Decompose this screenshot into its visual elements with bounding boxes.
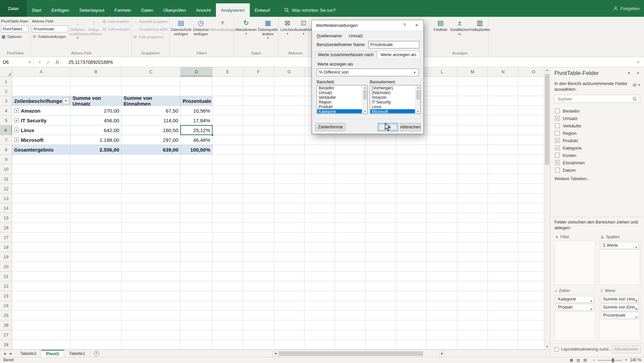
chevron-down-icon[interactable]: ▼ (635, 244, 638, 249)
pivot-value-cell[interactable]: 270,00 (71, 106, 122, 116)
row-header-1[interactable]: 1 (0, 77, 12, 86)
column-header-G[interactable]: G (274, 67, 305, 77)
expand-icon[interactable]: + (14, 137, 19, 142)
gear-icon[interactable]: ▼ (632, 83, 641, 87)
row-header-2[interactable]: 2 (0, 86, 12, 96)
row-header-8[interactable]: 8 (0, 145, 12, 155)
chevron-down-icon[interactable]: ▼ (590, 306, 593, 311)
horizontal-scroll-thumb[interactable] (279, 351, 423, 356)
scroll-thumb[interactable] (416, 90, 420, 99)
zoom-slider[interactable] (598, 360, 622, 361)
list-item-bestellnr[interactable]: Bestellnr (317, 86, 362, 90)
row-header-5[interactable]: 5 (0, 116, 12, 125)
options-button[interactable]: ▦Optionen (1, 33, 29, 40)
column-header-O[interactable]: O (518, 67, 544, 77)
page-layout-view-icon[interactable]: ▥ (577, 357, 580, 363)
list-item-produkt[interactable]: Produkt (317, 105, 362, 109)
pivottable-name-input[interactable]: PivotTable1 (1, 26, 29, 32)
normal-view-icon[interactable]: ▦ (570, 357, 573, 363)
ribbon-tab-formeln[interactable]: Formeln (109, 3, 136, 17)
chevron-down-icon[interactable]: ▼ (411, 69, 418, 76)
field-row-umsatz[interactable]: ✓Umsatz (555, 115, 641, 122)
cancel-icon[interactable]: × (38, 59, 41, 65)
checkbox-produkt[interactable]: ✓ (555, 138, 560, 143)
field-chip-prozentuale[interactable]: Prozentuale▼ (601, 312, 639, 319)
checkbox-kosten[interactable] (555, 153, 560, 158)
scroll-right-icon[interactable]: ▶ (440, 351, 445, 356)
row-header-16[interactable]: 16 (0, 223, 12, 233)
row-header-25[interactable]: 25 (0, 311, 12, 320)
zoom-slider-thumb[interactable] (612, 358, 614, 362)
row-header-10[interactable]: 10 (0, 164, 12, 174)
chevron-down-icon[interactable]: ▼ (28, 61, 31, 64)
ribbon-tab-entwurf[interactable]: Entwurf (250, 3, 275, 17)
row-header-24[interactable]: 24 (0, 301, 12, 311)
select-button[interactable]: ⊡Auswählen▼ (295, 18, 312, 44)
pivot-value-cell[interactable]: 160,50 (122, 125, 181, 135)
list-item-verkäufer[interactable]: Verkäufer (317, 95, 362, 100)
ribbon-tab-seitenlayout[interactable]: Seitenlayout (74, 3, 109, 17)
number-format-button[interactable]: Zahlenformat (315, 123, 346, 131)
more-tables-link[interactable]: Weitere Tabellen... (554, 176, 590, 181)
pivot-total-value[interactable]: 100,00% (181, 145, 213, 155)
row-header-6[interactable]: 6 (0, 125, 12, 135)
pivot-header-cell[interactable]: Prozentuale (181, 96, 213, 106)
sheet-tab-tabelle1[interactable]: Tabelle1 (64, 350, 90, 357)
cancel-button[interactable]: Abbrechen (400, 123, 421, 131)
pivot-header-cell[interactable]: Summe von Einnahmen (122, 96, 181, 106)
row-header-19[interactable]: 19 (0, 252, 12, 262)
column-header-L[interactable]: L (427, 67, 457, 77)
pivot-row-label[interactable]: +IT Security (12, 116, 71, 125)
pivot-value-cell[interactable]: 1.188,00 (71, 135, 122, 145)
list-scrollbar[interactable]: ▲▼ (362, 85, 367, 114)
checkbox-umsatz[interactable]: ✓ (555, 116, 560, 121)
row-header-17[interactable]: 17 (0, 233, 12, 242)
field-chip-kategorie[interactable]: Kategorie▼ (556, 296, 594, 303)
help-icon[interactable]: ? (399, 20, 410, 30)
column-header-E[interactable]: E (213, 67, 243, 77)
expand-icon[interactable]: + (14, 118, 19, 123)
pivot-value-cell[interactable]: 10,56% (181, 106, 213, 116)
row-header-4[interactable]: 4 (0, 106, 12, 116)
pivot-header-cell[interactable]: Zeilenbeschriftungen▼ (12, 96, 71, 106)
columns-area[interactable]: Σ Werte▼ (599, 241, 640, 285)
chevron-down-icon[interactable]: ▼ (635, 314, 638, 319)
scroll-thumb[interactable] (363, 90, 367, 99)
checkbox-bestellnr[interactable] (555, 109, 560, 113)
tell-me-search[interactable]: Was möchten Sie tun? (284, 3, 335, 17)
row-header-3[interactable]: 3 (0, 96, 12, 106)
row-header-9[interactable]: 9 (0, 155, 12, 164)
list-item-amazon[interactable]: Amazon (370, 95, 415, 100)
row-header-23[interactable]: 23 (0, 291, 12, 301)
close-icon[interactable]: × (636, 70, 639, 76)
defer-layout-update[interactable]: Layoutaktualisierung zurüc... (554, 347, 612, 352)
base-item-list[interactable]: (Vorheriger)(Nächster)AmazonIT SecurityL… (370, 85, 421, 114)
refresh-button[interactable]: ↻Aktualisieren▼ (235, 18, 257, 44)
checkbox-einnahmen[interactable]: ✓ (555, 160, 560, 165)
list-item--nächster-[interactable]: (Nächster) (370, 90, 415, 95)
row-header-21[interactable]: 21 (0, 272, 12, 281)
ribbon-tab-daten[interactable]: Daten (136, 3, 158, 17)
pivot-row-label[interactable]: +Linux (12, 125, 71, 135)
pivot-value-cell[interactable]: 46,48% (181, 135, 213, 145)
formula-bar-expand-icon[interactable]: ▼ (633, 61, 644, 64)
scroll-down-icon[interactable]: ▼ (544, 344, 550, 350)
pivot-value-cell[interactable]: 642,00 (71, 125, 122, 135)
show-values-as-dropdown[interactable]: % Differenz von ▼ (317, 69, 419, 76)
scroll-left-icon[interactable]: ◀ (273, 351, 278, 356)
chevron-down-icon[interactable]: ▼ (590, 298, 593, 303)
field-chip-produkt[interactable]: Produkt▼ (556, 304, 594, 311)
filter-area[interactable] (554, 241, 595, 285)
pivot-value-cell[interactable]: 67,50 (122, 106, 181, 116)
expand-icon[interactable]: + (14, 128, 19, 132)
defer-layout-checkbox[interactable] (554, 347, 559, 352)
column-header-C[interactable]: C (122, 67, 181, 77)
field-chip-summe-von-ums-[interactable]: Summe von Ums...▼ (601, 296, 639, 303)
checkbox-region[interactable] (555, 131, 560, 135)
column-header-M[interactable]: M (457, 67, 488, 77)
dialog-tab-werte-anzeigen-als[interactable]: Werte anzeigen als (377, 51, 420, 58)
field-row-kategorie[interactable]: ✓Kategorie (555, 145, 641, 151)
field-row-bestellnr[interactable]: Bestellnr (555, 108, 641, 114)
column-header-F[interactable]: F (243, 67, 274, 77)
vertical-scroll-thumb[interactable] (545, 74, 549, 165)
